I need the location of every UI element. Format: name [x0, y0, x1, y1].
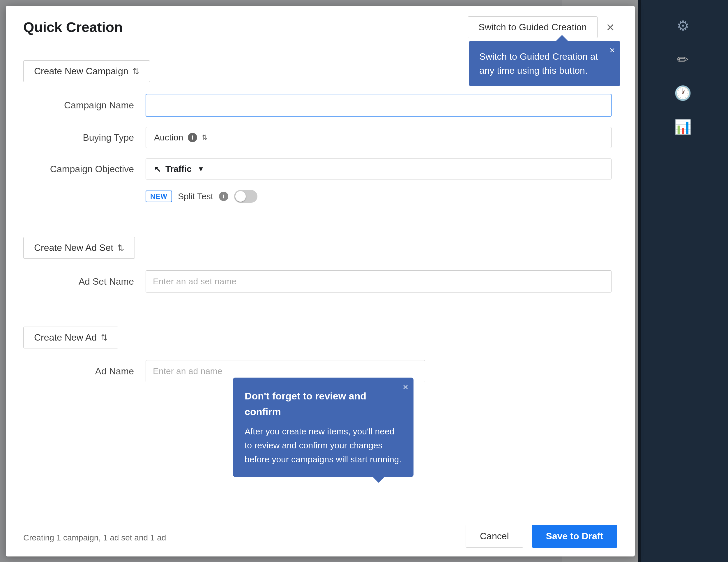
footer-info-text: Creating 1 campaign, 1 ad set and 1 ad — [23, 527, 166, 545]
campaign-objective-row: Campaign Objective ↖ Traffic ▼ — [23, 158, 617, 179]
create-new-campaign-button[interactable]: Create New Campaign ⇅ — [23, 60, 150, 82]
confirm-tooltip: × Don't forget to review and confirm Aft… — [233, 378, 414, 477]
split-test-inner: NEW Split Test i — [146, 190, 612, 203]
sidebar-icon-1[interactable]: ⚙ — [638, 9, 728, 43]
sidebar-icon-chart[interactable]: 📊 — [638, 110, 728, 144]
create-new-ad-button[interactable]: Create New Ad ⇅ — [23, 327, 118, 349]
campaign-objective-select[interactable]: ↖ Traffic ▼ — [146, 158, 612, 179]
sidebar-icon-edit[interactable]: ✏ — [638, 43, 728, 76]
modal-body: Create New Campaign ⇅ Campaign Name Buyi… — [6, 49, 635, 516]
modal-title: Quick Creation — [23, 19, 123, 35]
modal-close-button[interactable]: × — [603, 19, 617, 35]
campaign-objective-control: ↖ Traffic ▼ — [146, 158, 612, 179]
ad-name-label: Ad Name — [23, 366, 146, 377]
buying-type-select[interactable]: Auction i ⇅ — [146, 127, 612, 148]
ad-set-name-row: Ad Set Name — [23, 270, 617, 293]
objective-dropdown-icon: ▼ — [197, 165, 204, 173]
buying-type-control: Auction i ⇅ — [146, 127, 612, 148]
split-test-toggle[interactable] — [234, 190, 257, 203]
ad-name-control: × Don't forget to review and confirm Aft… — [146, 360, 612, 382]
modal-header: Quick Creation Switch to Guided Creation… — [6, 6, 635, 49]
guided-creation-tooltip: × Switch to Guided Creation at any time … — [469, 41, 620, 86]
new-badge: NEW — [146, 190, 172, 202]
split-test-info-icon[interactable]: i — [219, 192, 228, 201]
tooltip-guided-close[interactable]: × — [609, 45, 615, 56]
split-test-row: NEW Split Test i — [23, 190, 617, 203]
split-test-control: NEW Split Test i — [146, 190, 612, 203]
ad-set-arrows-icon: ⇅ — [117, 243, 124, 252]
campaign-name-control — [146, 94, 612, 116]
campaign-objective-label: Campaign Objective — [23, 164, 146, 174]
confirm-tooltip-text: After you create new items, you'll need … — [245, 425, 402, 466]
ad-name-row: Ad Name × Don't forget to review and con… — [23, 360, 617, 382]
sidebar-icons: ⚙ ✏ 🕐 📊 — [638, 0, 728, 153]
split-test-text: Split Test — [178, 191, 213, 201]
save-to-draft-button[interactable]: Save to Draft — [532, 525, 617, 548]
sidebar-icon-clock[interactable]: 🕐 — [638, 76, 728, 110]
campaign-name-label: Campaign Name — [23, 100, 146, 111]
cancel-button[interactable]: Cancel — [466, 525, 523, 548]
campaign-name-input[interactable] — [146, 94, 612, 116]
quick-creation-modal: Quick Creation Switch to Guided Creation… — [6, 6, 635, 556]
campaign-name-row: Campaign Name — [23, 94, 617, 116]
ad-arrows-icon: ⇅ — [101, 333, 107, 342]
confirm-tooltip-close[interactable]: × — [403, 382, 408, 393]
sidebar: ⚙ ✏ 🕐 📊 — [638, 0, 728, 562]
campaign-arrows-icon: ⇅ — [132, 66, 139, 76]
buying-type-row: Buying Type Auction i ⇅ — [23, 127, 617, 148]
confirm-tooltip-title: Don't forget to review and confirm — [245, 388, 402, 420]
ad-section: Create New Ad ⇅ Ad Name × Don't forget t… — [23, 315, 617, 404]
ad-set-section: Create New Ad Set ⇅ Ad Set Name — [23, 225, 617, 315]
ad-set-name-control — [146, 270, 612, 293]
create-new-ad-set-button[interactable]: Create New Ad Set ⇅ — [23, 237, 135, 259]
buying-type-info-icon[interactable]: i — [188, 133, 197, 142]
footer-actions: Cancel Save to Draft — [466, 525, 617, 548]
ad-set-name-input[interactable] — [146, 270, 612, 293]
modal-footer: Creating 1 campaign, 1 ad set and 1 ad C… — [6, 516, 635, 556]
guided-creation-button[interactable]: Switch to Guided Creation — [468, 16, 598, 38]
buying-type-dropdown-icon: ⇅ — [202, 133, 208, 142]
buying-type-label: Buying Type — [23, 132, 146, 143]
ad-set-name-label: Ad Set Name — [23, 276, 146, 287]
toggle-knob — [235, 191, 246, 201]
modal-header-right: Switch to Guided Creation × — [468, 16, 617, 38]
cursor-icon: ↖ — [154, 164, 161, 174]
